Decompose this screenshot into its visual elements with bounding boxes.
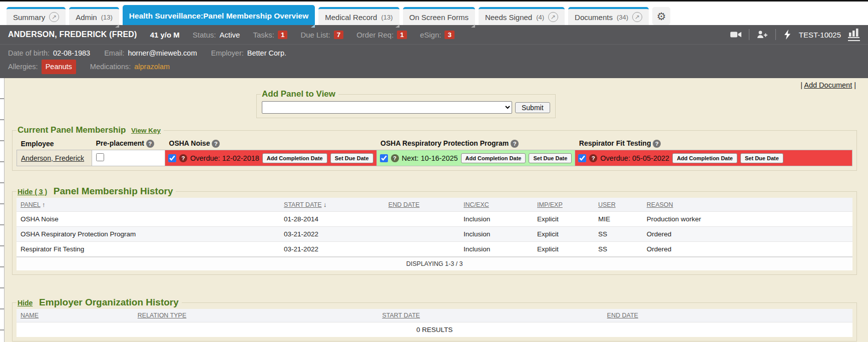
employee-link[interactable]: Anderson, Frederick	[21, 154, 84, 162]
tab-health-surveillance-panel-membership-overview[interactable]: Health Surveillance:Panel Membership Ove…	[123, 5, 315, 25]
add-document-link[interactable]: Add Document	[804, 81, 852, 89]
cell-reason: Ordered	[643, 227, 852, 242]
cell-user: SS	[594, 227, 643, 242]
osha-noise-checkbox[interactable]	[168, 154, 176, 162]
cell-end-date	[384, 242, 460, 257]
col-inc-exc-link[interactable]: INC/EXC	[464, 201, 489, 208]
add-completion-date-button[interactable]: Add Completion Date	[672, 153, 737, 163]
pre-placement-checkbox[interactable]	[96, 153, 104, 161]
cell-panel: OSHA Respiratory Protection Program	[17, 227, 280, 242]
add-completion-date-button[interactable]: Add Completion Date	[461, 153, 526, 163]
hide-history-link[interactable]: Hide ( 3 )	[18, 188, 47, 196]
dob-label: Date of birth:	[8, 47, 50, 60]
popout-icon[interactable]: ↗	[548, 12, 558, 22]
col-name-link[interactable]: NAME	[21, 312, 39, 319]
sort-asc-icon: ↑	[42, 201, 46, 208]
employer-value: Better Corp.	[247, 47, 286, 60]
order-req-count-badge[interactable]: 1	[397, 31, 407, 39]
col-end-date-link[interactable]: END DATE	[607, 312, 638, 319]
help-icon[interactable]: ?	[653, 140, 661, 148]
add-panel-submit-button[interactable]: Submit	[515, 102, 550, 113]
panel-history-legend: Hide ( 3 ) Panel Membership History	[17, 186, 176, 197]
add-panel-legend: Add Panel to View	[261, 89, 338, 99]
col-relation-type: RELATION TYPE	[134, 309, 284, 322]
popout-icon[interactable]: ↗	[49, 12, 59, 22]
tab-label: Summary	[13, 13, 45, 22]
settings-button[interactable]: ⚙	[652, 7, 670, 25]
divider	[775, 29, 776, 40]
esign-label: eSign:	[420, 31, 442, 39]
tab-needs-signed[interactable]: Needs Signed (4) ↗	[479, 7, 565, 25]
add-person-icon[interactable]	[756, 29, 768, 40]
col-relation-type-link[interactable]: RELATION TYPE	[138, 312, 186, 319]
help-icon[interactable]: ?	[179, 154, 187, 162]
col-end-date-link[interactable]: END DATE	[388, 201, 419, 208]
osha-respiratory-checkbox[interactable]	[380, 154, 388, 162]
due-list-count-badge[interactable]: 7	[334, 31, 344, 39]
help-icon[interactable]: ?	[511, 140, 519, 148]
order-req-label: Order Req:	[356, 31, 393, 39]
due-list-counter: Due List: 7	[300, 31, 343, 39]
help-icon[interactable]: ?	[212, 140, 220, 148]
current-panel-membership-section: Current Panel Membership View Key Employ…	[12, 125, 857, 171]
cell-end-date	[384, 227, 460, 242]
cell-imp-exp: Explicit	[533, 242, 594, 257]
col-osha-noise: OSHA Noise ?	[165, 137, 377, 150]
popout-icon[interactable]: ↗	[632, 12, 642, 22]
tab-documents[interactable]: Documents (34) ↗	[568, 7, 649, 25]
allergy-badge[interactable]: Peanuts	[42, 60, 76, 74]
cell-end-date	[384, 212, 460, 227]
panel-select[interactable]	[262, 101, 512, 114]
cell-imp-exp: Explicit	[533, 227, 594, 242]
chart-id: TEST-10025	[799, 31, 841, 39]
left-rail[interactable]	[0, 78, 5, 342]
displaying-count: DISPLAYING 1-3 / 3	[17, 257, 852, 270]
dob-field: Date of birth: 02-08-1983	[8, 47, 90, 60]
tab-on-screen-forms[interactable]: On Screen Forms	[403, 7, 475, 25]
col-end-date: END DATE	[384, 198, 460, 212]
help-icon[interactable]: ?	[589, 154, 597, 162]
tab-bar: Summary ↗ Admin (13) Health Surveillance…	[0, 2, 868, 25]
employer-field: Employer: Better Corp.	[211, 47, 286, 60]
help-icon[interactable]: ?	[391, 154, 399, 162]
bar-chart-icon	[848, 28, 860, 38]
tab-label: Admin	[76, 13, 97, 22]
set-due-date-button[interactable]: Set Due Date	[740, 153, 783, 163]
tab-admin[interactable]: Admin (13)	[69, 7, 119, 25]
tab-summary[interactable]: Summary ↗	[7, 7, 66, 25]
cell-inc-exc: Inclusion	[460, 242, 533, 257]
add-completion-date-button[interactable]: Add Completion Date	[262, 153, 327, 163]
cell-panel: OSHA Noise	[17, 212, 280, 227]
lightning-icon[interactable]	[783, 29, 792, 40]
patient-demographics-bar: Date of birth: 02-08-1983 Email: horner@…	[0, 44, 868, 78]
col-panel-link[interactable]: PANEL	[21, 201, 41, 208]
col-start-date-link[interactable]: START DATE	[284, 201, 321, 208]
cell-reason: Ordered	[643, 242, 852, 257]
tab-label: Medical Record	[325, 13, 377, 22]
email-value: horner@mieweb.com	[128, 47, 197, 60]
tab-count: (34)	[617, 14, 628, 21]
tasks-count-badge[interactable]: 1	[278, 31, 288, 39]
set-due-date-button[interactable]: Set Due Date	[529, 153, 572, 163]
col-imp-exp-link[interactable]: IMP/EXP	[537, 201, 563, 208]
tab-count: (13)	[101, 14, 113, 21]
medications-field: Medications: alprazolam	[90, 61, 170, 73]
help-icon[interactable]: ?	[146, 140, 154, 148]
status-label: Status:	[193, 31, 216, 39]
col-user-link[interactable]: USER	[598, 201, 616, 208]
col-start-date-link[interactable]: START DATE	[382, 312, 419, 319]
panel-membership-history-section: Hide ( 3 ) Panel Membership History PANE…	[12, 186, 857, 275]
table-row: OSHA Respiratory Protection Program 03-2…	[17, 227, 852, 242]
col-reason-link[interactable]: REASON	[647, 201, 673, 208]
current-panel-title: Current Panel Membership	[18, 125, 126, 135]
pre-placement-cell	[92, 150, 165, 166]
tab-medical-record[interactable]: Medical Record (13)	[318, 7, 399, 25]
respirator-fit-checkbox[interactable]	[578, 154, 586, 162]
video-camera-icon[interactable]	[730, 29, 742, 40]
esign-count-badge[interactable]: 3	[445, 31, 455, 39]
hide-employer-history-link[interactable]: Hide	[18, 299, 33, 307]
view-key-link[interactable]: View Key	[131, 127, 161, 134]
set-due-date-button[interactable]: Set Due Date	[330, 153, 373, 163]
osha-respiratory-status: Next: 10-16-2025	[402, 154, 458, 162]
flowsheet-button[interactable]	[848, 28, 860, 41]
